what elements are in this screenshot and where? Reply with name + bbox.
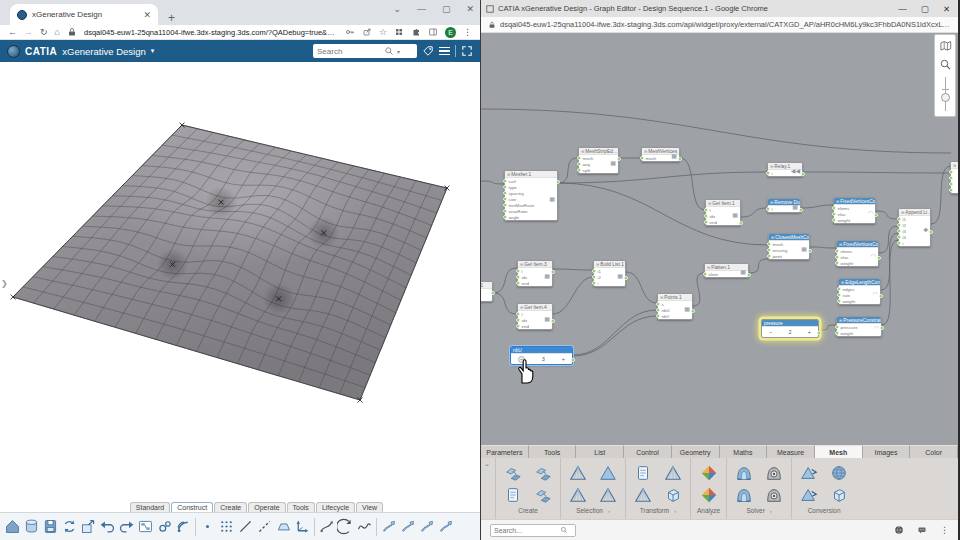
input-port[interactable] (835, 325, 839, 329)
extension-grid-icon[interactable] (394, 27, 404, 37)
output-port[interactable] (874, 213, 878, 217)
input-port[interactable] (503, 191, 507, 195)
graph-editor-icon[interactable] (136, 516, 155, 538)
input-port[interactable] (897, 223, 901, 227)
output-port[interactable] (551, 270, 555, 274)
zoom-slider-knob[interactable] (941, 93, 950, 102)
transform-tool-icon-1[interactable] (632, 462, 654, 484)
sidebar-icon[interactable] (428, 27, 438, 37)
curve-tool-icon[interactable] (355, 516, 374, 538)
output-port[interactable] (929, 230, 933, 234)
home-icon[interactable] (3, 516, 22, 538)
node-title[interactable]: ⊞Build List.1 (594, 261, 625, 268)
input-port[interactable] (897, 217, 901, 221)
zoom-select-icon[interactable] (939, 58, 952, 71)
node-title[interactable]: ⊞Get Item.4 (518, 304, 552, 311)
stepper-minus-button[interactable]: − (769, 329, 772, 335)
node-mesh-vertices[interactable]: ⊞MeshVerticesmesh▦ (641, 147, 680, 162)
input-port[interactable] (656, 314, 660, 318)
workbench-tab-construct[interactable]: Construct (171, 502, 213, 513)
input-port[interactable] (704, 220, 708, 224)
solver-tool-icon-1[interactable] (733, 462, 755, 484)
input-port[interactable] (832, 212, 836, 216)
input-port[interactable] (656, 302, 660, 306)
node-title[interactable]: ⊞EdgeLengthCons… (839, 279, 880, 286)
input-port[interactable] (949, 170, 953, 174)
maximize-button[interactable]: ▢ (442, 4, 451, 14)
node-get-item-1[interactable]: ⊞Get Item.1lidxend▦ (705, 199, 741, 226)
arc-tool-icon[interactable] (336, 516, 355, 538)
node-pressure-value[interactable]: pressure−2+ (761, 319, 819, 338)
input-port[interactable] (516, 324, 520, 328)
conversion-tool-icon-1[interactable] (798, 462, 820, 484)
create-tool-icon-1[interactable] (502, 462, 524, 484)
node-title[interactable]: ⊞Append Li… (899, 209, 930, 216)
undo-icon[interactable] (98, 516, 117, 538)
node-title[interactable]: ⊞ (951, 162, 958, 169)
workbench-tab-tools[interactable]: Tools (287, 502, 315, 513)
workbench-tab-lifecycle[interactable]: Lifecycle (316, 502, 355, 513)
input-port[interactable] (835, 249, 839, 253)
stepper-value[interactable]: 3 (542, 356, 545, 362)
transform-tool-icon-2[interactable] (632, 484, 654, 506)
sweep-tool-icon[interactable] (436, 516, 455, 538)
sync-icon[interactable] (60, 516, 79, 538)
input-port[interactable] (835, 255, 839, 259)
output-port[interactable] (624, 276, 628, 280)
input-port[interactable] (949, 188, 953, 192)
output-port[interactable] (678, 157, 682, 161)
reload-icon[interactable]: ↻ (40, 27, 48, 37)
more-options-icon[interactable]: ⋮ (940, 525, 949, 535)
node-points-1[interactable]: ⊞Points.1snbUnbV▦ (657, 293, 693, 320)
sweep-tool-icon[interactable] (398, 516, 417, 538)
input-port[interactable] (949, 182, 953, 186)
output-port[interactable] (491, 291, 495, 295)
input-port[interactable] (767, 248, 771, 252)
input-port[interactable] (837, 299, 841, 303)
input-port[interactable] (703, 272, 707, 276)
node-get-item-3[interactable]: ⊞Get Item.3lidxend▦ (517, 260, 553, 287)
node-title[interactable]: ⊞Get Item.3 (518, 261, 552, 268)
output-port[interactable] (801, 172, 805, 176)
node-search-input[interactable] (494, 527, 560, 534)
input-port[interactable] (832, 218, 836, 222)
input-port[interactable] (592, 281, 596, 285)
analyze-tool-icon-2[interactable] (698, 484, 720, 506)
create-tool-icon-4[interactable] (532, 484, 554, 506)
output-port[interactable] (877, 256, 881, 260)
profile-avatar[interactable]: E (445, 27, 456, 38)
input-port[interactable] (516, 281, 520, 285)
input-port[interactable] (897, 229, 901, 233)
stepper-value[interactable]: 2 (788, 329, 791, 335)
app-chevron-icon[interactable]: ▾ (151, 47, 155, 55)
sweep-tool-icon[interactable] (417, 516, 436, 538)
input-port[interactable] (897, 241, 901, 245)
output-port[interactable] (739, 221, 743, 225)
ribbon-tab-list[interactable]: List (576, 445, 624, 458)
stepper-plus-button[interactable]: + (808, 329, 811, 335)
solver-tool-icon-3[interactable] (763, 462, 785, 484)
stream-icon[interactable] (174, 516, 193, 538)
pillow-mesh-model[interactable] (0, 62, 480, 497)
ribbon-tab-images[interactable]: Images (863, 445, 911, 458)
ribbon-tab-measure[interactable]: Measure (767, 445, 815, 458)
bookmark-star-icon[interactable]: ☆ (379, 27, 387, 37)
input-port[interactable] (503, 185, 507, 189)
viewport-3d[interactable]: ❯ (0, 62, 480, 497)
url-text[interactable]: dsqal045-euw1-25qna11004-ifwe.3dx-stagin… (500, 20, 951, 29)
workbench-tab-operate[interactable]: Operate (248, 502, 285, 513)
input-port[interactable] (592, 275, 596, 279)
ribbon-tab-tools[interactable]: Tools (529, 445, 577, 458)
tab-close-icon[interactable]: ✕ (143, 10, 151, 20)
input-port[interactable] (516, 269, 520, 273)
transform-tool-icon-3[interactable] (662, 462, 684, 484)
home-icon[interactable]: ⌂ (55, 27, 60, 37)
output-port[interactable] (880, 326, 884, 330)
workbench-tab-create[interactable]: Create (214, 502, 247, 513)
group-expander-icon[interactable]: › (674, 508, 676, 514)
solver-tool-icon-4[interactable] (763, 484, 785, 506)
output-port[interactable] (691, 309, 695, 313)
stepper-plus-button[interactable]: + (562, 356, 565, 362)
node-title[interactable]: ⊞Get Item.1 (706, 200, 740, 207)
ribbon-tab-color[interactable]: Color (910, 445, 958, 458)
